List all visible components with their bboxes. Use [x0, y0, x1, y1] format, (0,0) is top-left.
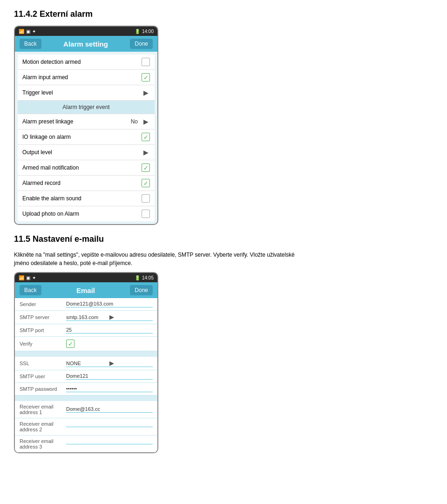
receiver2-value[interactable] — [66, 426, 153, 427]
email-bluetooth-icon: ✦ — [32, 275, 36, 280]
verify-checkbox[interactable]: ✓ — [66, 340, 74, 348]
alarm-title: Alarm setting — [63, 40, 108, 48]
status-right: 🔋 14:00 — [135, 29, 154, 34]
smtp-server-label: SMTP server — [20, 314, 66, 320]
email-battery-icon: 🔋 — [135, 275, 140, 280]
list-item[interactable]: Output level ▶ — [18, 145, 155, 160]
armed-mail-checkbox[interactable]: ✓ — [142, 163, 150, 172]
section1-heading: 11.4.2 Externí alarm — [14, 9, 433, 19]
email-signal-icon: 📶 — [19, 275, 24, 280]
section2-heading: 11.5 Nastavení e-mailu — [14, 234, 433, 244]
list-item: Receiver email address 2 — [15, 418, 157, 436]
enable-alarm-sound-checkbox[interactable] — [142, 194, 150, 203]
smtp-port-value[interactable]: 25 — [66, 327, 153, 334]
battery-icon: 🔋 — [135, 29, 140, 34]
list-item: Receiver email address 1 Dome@163.cc — [15, 401, 157, 418]
email-time: 14:05 — [142, 275, 154, 280]
status-left-icons: 📶 ▣ ✦ — [19, 29, 36, 34]
smtp-user-value[interactable]: Dome121 — [66, 373, 153, 380]
motion-detection-label: Motion detection armed — [22, 59, 81, 65]
smtp-user-label: SMTP user — [20, 374, 66, 379]
list-item: Enable the alarm sound — [18, 191, 155, 206]
alarm-phone-frame: 📶 ▣ ✦ 🔋 14:00 Back Alarm setting Done Mo… — [14, 26, 158, 225]
verify-label: Verify — [20, 341, 66, 347]
smtp-server-value: smtp.163.com — [66, 314, 109, 320]
receiver3-value[interactable] — [66, 443, 153, 444]
receiver1-value[interactable]: Dome@163.cc — [66, 406, 153, 413]
list-item: SMTP port 25 — [15, 324, 157, 337]
email-status-right: 🔋 14:05 — [135, 275, 154, 280]
email-wifi-icon: ▣ — [26, 275, 30, 280]
alarm-done-button[interactable]: Done — [130, 39, 153, 49]
alarm-trigger-event-label: Alarm trigger event — [62, 104, 109, 110]
email-top-bar: Back Email Done — [15, 282, 157, 298]
trigger-level-arrow-icon: ▶ — [142, 89, 150, 97]
email-settings-list: Sender Dome121@163.com SMTP server smtp.… — [15, 298, 157, 452]
smtp-server-arrow-icon: ▶ — [109, 313, 153, 320]
alarmed-record-label: Alarmed record — [22, 180, 61, 186]
io-linkage-checkbox[interactable]: ✓ — [142, 133, 150, 141]
motion-detection-checkbox[interactable] — [142, 58, 150, 66]
list-item: Sender Dome121@163.com — [15, 298, 157, 311]
receiver1-label: Receiver email address 1 — [20, 404, 66, 415]
ssl-row: NONE ▶ — [66, 360, 153, 367]
email-status-left-icons: 📶 ▣ ✦ — [19, 275, 36, 280]
alarm-preset-linkage-label: Alarm preset linkage — [22, 118, 73, 125]
bluetooth-icon: ✦ — [32, 29, 36, 34]
alarm-trigger-event-header: Alarm trigger event — [18, 101, 155, 114]
list-item: SMTP user Dome121 — [15, 370, 157, 383]
sender-value[interactable]: Dome121@163.com — [66, 301, 153, 307]
upload-photo-checkbox[interactable] — [142, 210, 150, 218]
alarm-settings-list: Motion detection armed Alarm input armed… — [18, 54, 155, 221]
email-section-gap-1 — [15, 351, 157, 357]
armed-mail-label: Armed mail notification — [22, 164, 79, 171]
list-item: Motion detection armed — [18, 54, 155, 70]
io-linkage-label: IO linkage on alarm — [22, 134, 71, 140]
list-item: Armed mail notification ✓ — [18, 160, 155, 176]
output-level-label: Output level — [22, 149, 52, 156]
ssl-arrow-icon: ▶ — [109, 360, 153, 367]
email-done-button[interactable]: Done — [130, 285, 153, 295]
alarm-input-checkbox[interactable]: ✓ — [142, 73, 150, 82]
section2-description-line2: jméno odesilatele a heslo, poté e-mail p… — [14, 260, 132, 266]
ssl-label: SSL — [20, 361, 66, 366]
smtp-password-value[interactable]: •••••• — [66, 386, 153, 392]
smtp-port-label: SMTP port — [20, 327, 66, 333]
list-item[interactable]: Alarm preset linkage No ▶ — [18, 114, 155, 129]
receiver3-label: Receiver email address 3 — [20, 438, 66, 450]
list-item: Alarmed record ✓ — [18, 176, 155, 191]
receiver2-label: Receiver email address 2 — [20, 421, 66, 432]
list-item[interactable]: Trigger level ▶ — [18, 85, 155, 101]
list-item: Alarm input armed ✓ — [18, 70, 155, 85]
section2-description: Klikněte na "mail settings", vepište e-m… — [14, 251, 433, 267]
alarm-preset-linkage-value: No — [131, 118, 138, 125]
alarm-back-button[interactable]: Back — [20, 39, 41, 49]
sender-label: Sender — [20, 301, 66, 307]
list-item: SMTP password •••••• — [15, 383, 157, 395]
smtp-server-row: smtp.163.com ▶ — [66, 313, 153, 321]
list-item[interactable]: SMTP server smtp.163.com ▶ — [15, 311, 157, 324]
alarm-preset-linkage-arrow-icon: ▶ — [142, 117, 150, 126]
list-item: IO linkage on alarm ✓ — [18, 129, 155, 145]
ssl-value: NONE — [66, 361, 109, 366]
email-section-gap-2 — [15, 395, 157, 401]
list-item[interactable]: SSL NONE ▶ — [15, 357, 157, 370]
signal-icon: 📶 — [19, 29, 24, 34]
list-item: Receiver email address 3 — [15, 436, 157, 452]
section2-description-line1: Klikněte na "mail settings", vepište e-m… — [14, 252, 295, 258]
email-back-button[interactable]: Back — [20, 285, 41, 295]
list-item: Verify ✓ — [15, 337, 157, 351]
smtp-password-label: SMTP password — [20, 386, 66, 392]
output-level-arrow-icon: ▶ — [142, 148, 150, 157]
alarm-status-bar: 📶 ▣ ✦ 🔋 14:00 — [15, 27, 157, 36]
email-status-bar: 📶 ▣ ✦ 🔋 14:05 — [15, 273, 157, 282]
alarmed-record-checkbox[interactable]: ✓ — [142, 179, 150, 187]
wifi-icon: ▣ — [26, 29, 30, 34]
upload-photo-label: Upload photo on Alarm — [22, 211, 79, 217]
alarm-top-bar: Back Alarm setting Done — [15, 36, 157, 52]
email-title: Email — [76, 286, 95, 294]
alarm-input-label: Alarm input armed — [22, 74, 68, 81]
enable-alarm-sound-label: Enable the alarm sound — [22, 195, 81, 202]
email-phone-frame: 📶 ▣ ✦ 🔋 14:05 Back Email Done Sender Dom… — [14, 272, 158, 453]
alarm-time: 14:00 — [142, 29, 154, 34]
